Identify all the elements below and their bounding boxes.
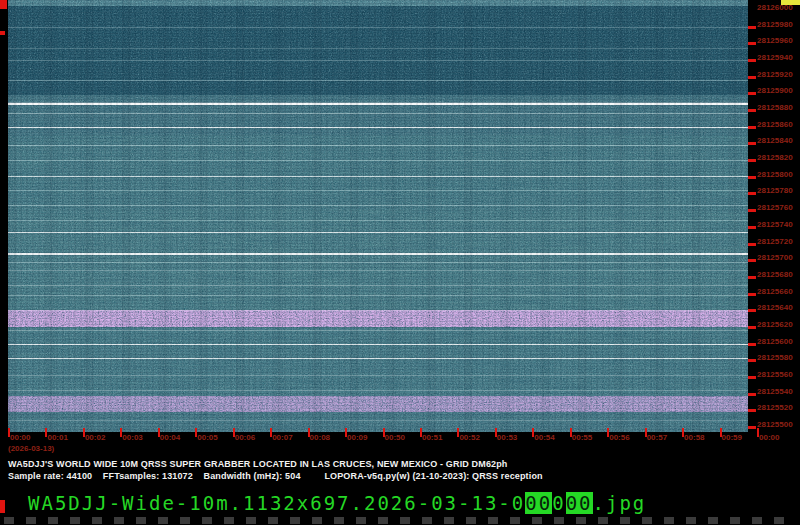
time-tick-label: 00:00 [10,433,30,442]
corner-marker-top-right [781,0,800,5]
time-tick-label: 00:54 [534,433,554,442]
filename-prefix: WA5DJJ-Wide-10m.1132x697.2026-03-13- [28,492,512,514]
footer-block [752,517,762,524]
date-label: (2026-03-13) [8,444,54,453]
filename-digit: 0 [539,492,552,514]
filename-digit: 0 [512,492,525,514]
footer-block [708,517,718,524]
corner-marker-bottom-left [0,500,5,513]
filename-text: WA5DJJ-Wide-10m.1132x697.2026-03-13-0000… [28,492,646,514]
footer-block [444,517,454,524]
footer-block [202,517,212,524]
footer-block [642,517,652,524]
time-tick-label: 00:07 [272,433,292,442]
time-tick-label: 00:58 [684,433,704,442]
time-tick-label: 00:57 [647,433,667,442]
time-tick-label: 00:03 [122,433,142,442]
time-tick-label: 00:05 [197,433,217,442]
filename-suffix: .jpg [593,492,647,514]
footer-block-strip [0,517,800,525]
time-tick-label: 00:51 [422,433,442,442]
station-info-line2: Sample rate: 44100 FFTsamples: 131072 Ba… [8,471,543,481]
footer-block [576,517,586,524]
footer-block [598,517,608,524]
time-tick-label: 00:01 [47,433,67,442]
footer-block [400,517,410,524]
time-tick-label: 00:50 [385,433,405,442]
time-tick-label: 00:09 [347,433,367,442]
footer-block [290,517,300,524]
footer-block [246,517,256,524]
footer-block [70,517,80,524]
footer-block [268,517,278,524]
footer-block [356,517,366,524]
corner-marker-top-left [0,0,7,9]
footer-block [620,517,630,524]
filename-digit: 0 [525,492,538,514]
footer-block [510,517,520,524]
footer-block [4,517,14,524]
grabber-image: 2812600028125980281259602812594028125920… [0,0,800,525]
footer-block [114,517,124,524]
footer-block [378,517,388,524]
filename-timestamp-digits: 000000 [512,492,593,514]
time-tick-label: 00:08 [310,433,330,442]
footer-block [730,517,740,524]
footer-block [686,517,696,524]
footer-block [136,517,146,524]
footer-block [48,517,58,524]
footer-block [180,517,190,524]
filename-digit: 0 [566,492,579,514]
filename-digit: 0 [552,492,565,514]
edge-marker-left [0,31,5,35]
footer-block [334,517,344,524]
footer-block [26,517,36,524]
time-tick-label: 00:53 [497,433,517,442]
footer-block [532,517,542,524]
time-tick-label: 00:06 [235,433,255,442]
time-tick-label: 00:02 [85,433,105,442]
footer-block [774,517,784,524]
footer-block [488,517,498,524]
time-tick-label: 00:00 [759,433,779,442]
time-tick-label: 00:52 [459,433,479,442]
footer-block [92,517,102,524]
footer-block [422,517,432,524]
footer-block [224,517,234,524]
footer-block [554,517,564,524]
station-info-line1: WA5DJJ'S WORLD WIDE 10M QRSS SUPER GRABB… [8,459,508,469]
filename-digit: 0 [579,492,592,514]
time-tick-label: 00:55 [572,433,592,442]
time-tick-label: 00:56 [609,433,629,442]
time-axis: 00:0000:0100:0200:0300:0400:0500:0600:07… [0,0,800,460]
time-tick-label: 00:59 [722,433,742,442]
footer-block [312,517,322,524]
footer-block [664,517,674,524]
footer-block [158,517,168,524]
footer-block [466,517,476,524]
time-tick-label: 00:04 [160,433,180,442]
